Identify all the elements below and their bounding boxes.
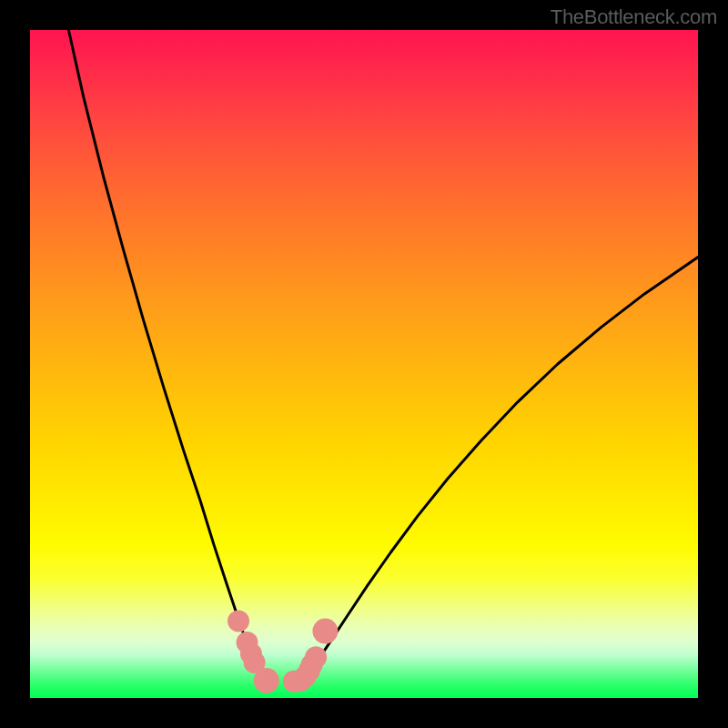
data-markers — [228, 611, 338, 693]
curve-line — [69, 31, 698, 682]
svg-point-4 — [254, 668, 279, 693]
svg-point-11 — [312, 619, 338, 644]
chart-plot-area — [30, 30, 698, 698]
attribution-label: TheBottleneck.com — [551, 5, 717, 29]
svg-point-10 — [305, 646, 327, 668]
svg-point-0 — [228, 611, 249, 632]
chart-svg — [30, 30, 698, 698]
